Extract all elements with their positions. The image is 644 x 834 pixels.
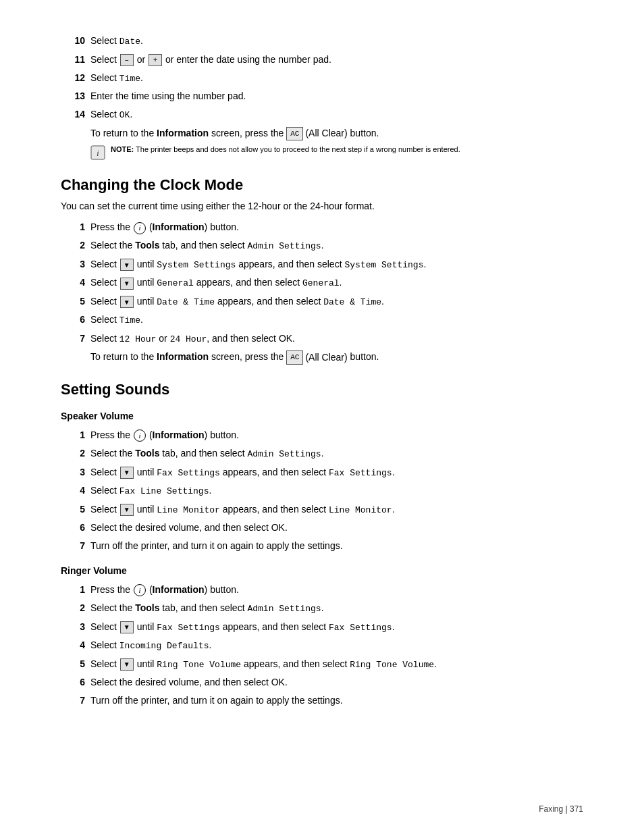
- step-13: 13 Enter the time using the number pad.: [61, 89, 583, 103]
- speaker-volume-steps: 1 Press the i (Information) button. 2 Se…: [61, 428, 583, 553]
- clock-step-7: 7 Select 12 Hour or 24 Hour, and then se…: [61, 332, 583, 346]
- down-arrow-button[interactable]: ▼: [120, 621, 134, 633]
- step-11: 11 Select – or + or enter the date using…: [61, 53, 583, 67]
- setting-sounds-heading: Setting Sounds: [61, 381, 583, 398]
- clock-step-6: 6 Select Time.: [61, 313, 583, 328]
- speaker-step-5: 5 Select ▼ until Line Monitor appears, a…: [61, 502, 583, 517]
- ringer-step-4: 4 Select Incoming Defaults.: [61, 638, 583, 653]
- clock-step-5: 5 Select ▼ until Date & Time appears, an…: [61, 294, 583, 309]
- clock-step-2: 2 Select the Tools tab, and then select …: [61, 238, 583, 253]
- clock-step-3: 3 Select ▼ until System Settings appears…: [61, 257, 583, 272]
- page-footer: Faxing | 371: [539, 804, 583, 814]
- clock-mode-intro: You can set the current time using eithe…: [61, 199, 583, 213]
- speaker-step-2: 2 Select the Tools tab, and then select …: [61, 446, 583, 461]
- return-info-clock-mode: To return to the Information screen, pre…: [90, 350, 583, 365]
- clock-mode-heading: Changing the Clock Mode: [61, 176, 583, 194]
- step-14: 14 Select OK.: [61, 107, 583, 122]
- speaker-volume-heading: Speaker Volume: [61, 411, 583, 421]
- step-10: 10 Select Date.: [61, 34, 583, 49]
- down-arrow-button[interactable]: ▼: [120, 296, 134, 308]
- ringer-step-3: 3 Select ▼ until Fax Settings appears, a…: [61, 620, 583, 635]
- information-button-icon: i: [134, 584, 146, 596]
- ringer-step-2: 2 Select the Tools tab, and then select …: [61, 601, 583, 616]
- clock-mode-steps: 1 Press the i (Information) button. 2 Se…: [61, 220, 583, 346]
- ringer-volume-heading: Ringer Volume: [61, 565, 583, 576]
- down-arrow-button[interactable]: ▼: [120, 658, 134, 671]
- return-info-clock-top: To return to the Information screen, pre…: [90, 126, 583, 141]
- note-block-top: i NOTE: The printer beeps and does not a…: [90, 145, 583, 160]
- down-arrow-button[interactable]: ▼: [120, 467, 134, 479]
- top-steps-list: 10 Select Date. 11 Select – or + or ente…: [61, 34, 583, 122]
- speaker-step-6: 6 Select the desired volume, and then se…: [61, 521, 583, 535]
- speaker-step-4: 4 Select Fax Line Settings.: [61, 484, 583, 498]
- note-icon: i: [90, 145, 105, 160]
- speaker-step-1: 1 Press the i (Information) button.: [61, 428, 583, 442]
- ringer-step-5: 5 Select ▼ until Ring Tone Volume appear…: [61, 657, 583, 672]
- ac-button: AC: [286, 350, 303, 365]
- down-arrow-button[interactable]: ▼: [120, 259, 134, 271]
- ac-button: AC: [286, 127, 303, 141]
- down-arrow-button[interactable]: ▼: [120, 278, 134, 290]
- ringer-step-1: 1 Press the i (Information) button.: [61, 583, 583, 597]
- information-button-icon: i: [134, 429, 146, 442]
- step-12: 12 Select Time.: [61, 71, 583, 86]
- clock-step-1: 1 Press the i (Information) button.: [61, 220, 583, 234]
- speaker-step-7: 7 Turn off the printer, and turn it on a…: [61, 539, 583, 553]
- speaker-step-3: 3 Select ▼ until Fax Settings appears, a…: [61, 465, 583, 480]
- clock-step-4: 4 Select ▼ until General appears, and th…: [61, 276, 583, 290]
- ringer-step-7: 7 Turn off the printer, and turn it on a…: [61, 694, 583, 708]
- ringer-step-6: 6 Select the desired volume, and then se…: [61, 675, 583, 689]
- information-button-icon: i: [134, 222, 146, 234]
- minus-button[interactable]: –: [120, 54, 134, 66]
- page-content: 10 Select Date. 11 Select – or + or ente…: [0, 0, 644, 766]
- down-arrow-button[interactable]: ▼: [120, 504, 134, 516]
- ringer-volume-steps: 1 Press the i (Information) button. 2 Se…: [61, 583, 583, 708]
- plus-button[interactable]: +: [149, 54, 162, 66]
- svg-text:i: i: [97, 149, 99, 158]
